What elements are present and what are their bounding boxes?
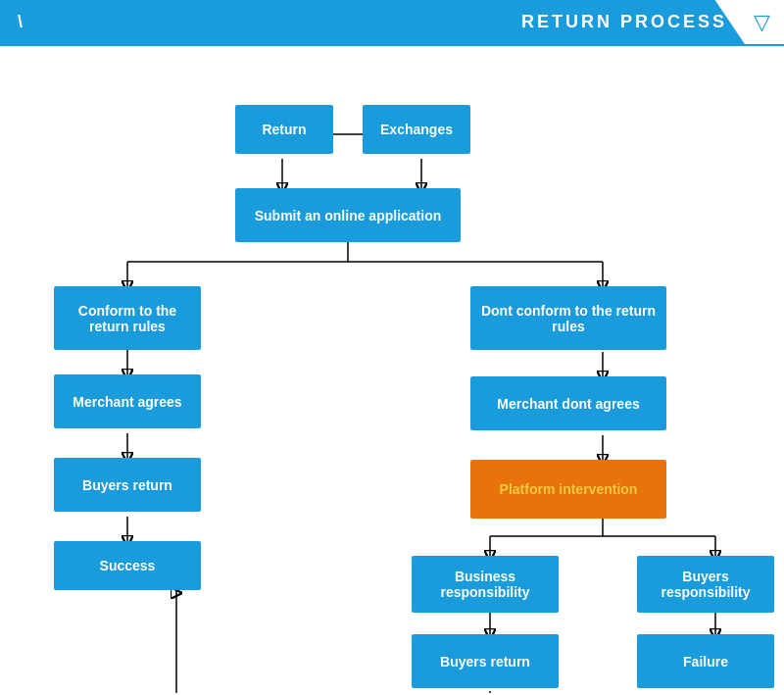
submit-box: Submit an online application (235, 188, 461, 242)
exchanges-box: Exchanges (363, 105, 470, 154)
header-title-area: \ RETURN PROCESS (0, 0, 745, 44)
platform-box: Platform intervention (470, 460, 666, 519)
buyers-return-left-box: Buyers return (54, 458, 201, 512)
buyers-resp-box: Buyers responsibility (637, 556, 774, 613)
failure-box: Failure (637, 634, 774, 688)
success-box: Success (54, 541, 201, 590)
conform-box: Conform to the return rules (54, 286, 201, 350)
dont-conform-box: Dont conform to the return rules (470, 286, 666, 350)
merchant-agrees-box: Merchant agrees (54, 374, 201, 428)
merchant-dont-box: Merchant dont agrees (470, 376, 666, 430)
buyers-return-right-box: Buyers return (412, 634, 559, 688)
diagram-area: Return Exchanges Submit an online applic… (0, 46, 784, 693)
business-resp-box: Business responsibility (412, 556, 559, 613)
header-bar: \ RETURN PROCESS ▽ (0, 0, 784, 46)
header-title: RETURN PROCESS (521, 12, 727, 32)
return-box: Return (235, 105, 333, 154)
filter-icon[interactable]: ▽ (754, 10, 784, 35)
backslash-icon: \ (18, 12, 25, 32)
